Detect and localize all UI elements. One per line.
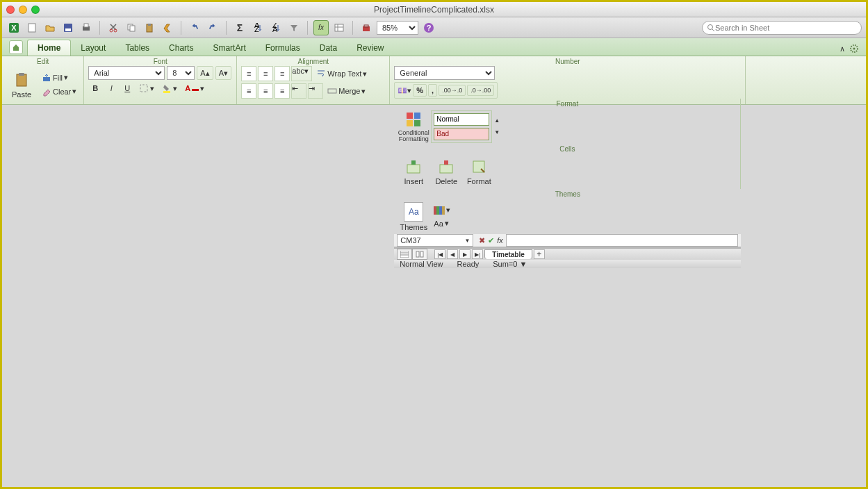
font-size-select[interactable]: 8 [167,66,195,80]
sum-dropdown-icon[interactable]: ▼ [519,260,527,268]
col-header[interactable]: A [411,247,425,248]
status-bar: Normal View Ready Sum=0 ▼ [394,260,741,268]
worksheet[interactable]: ABCDEFGHIJKLMNOPQRSTUVWXYZAAABACADAEAFAG… [394,247,741,248]
sheet-nav-last[interactable]: ▶| [472,249,483,259]
themes-button[interactable]: AaThemes [398,199,429,235]
align-center[interactable]: ≡ [258,83,273,99]
autosum-icon[interactable]: Σ [232,20,247,35]
normal-view-icon[interactable] [397,249,412,260]
tab-formulas[interactable]: Formulas [256,40,310,56]
zoom-select[interactable]: 85% [377,21,418,35]
search-box[interactable] [702,21,862,35]
excel-menu-icon[interactable]: X [6,20,22,35]
name-box[interactable]: CM37▼ [397,234,473,247]
align-right[interactable]: ≡ [275,83,290,99]
align-left[interactable]: ≡ [241,83,256,99]
page-layout-view-icon[interactable] [412,249,427,260]
tab-charts[interactable]: Charts [159,40,203,56]
svg-rect-10 [130,26,135,31]
bold-button[interactable]: B [88,82,102,94]
save-icon[interactable] [60,20,76,35]
grow-font-button[interactable]: A▴ [197,66,213,80]
formula-input[interactable] [506,234,739,247]
add-sheet-button[interactable]: + [534,249,545,259]
svg-rect-35 [407,113,413,119]
style-scroll-down[interactable]: ▼ [494,129,500,135]
dec-decimal-button[interactable]: .0→.00 [467,85,494,96]
ribbon-home-icon[interactable] [9,40,23,54]
search-input[interactable] [715,24,857,32]
formula-bar: CM37▼ ✖ ✔ fx [394,234,741,247]
font-name-select[interactable]: Arial [88,66,165,80]
indent-dec[interactable]: ⇤ [291,83,306,99]
show-formulas-icon[interactable] [331,20,347,35]
open-icon[interactable] [42,20,58,35]
format-cells-button[interactable]: Format [464,154,494,190]
style-normal[interactable]: Normal [434,113,489,126]
theme-fonts-button[interactable]: Aa▾ [431,217,453,229]
comma-button[interactable]: , [428,84,437,97]
align-top-center[interactable]: ≡ [258,66,273,81]
fill-color-button[interactable]: ▾ [159,82,180,94]
align-top-right[interactable]: ≡ [275,66,290,81]
conditional-formatting-button[interactable]: Conditional Formatting [398,108,429,144]
font-color-button[interactable]: A▾ [182,82,207,94]
sort-asc-icon[interactable]: AZ [250,20,265,35]
print-icon[interactable] [79,20,94,35]
delete-cells-button[interactable]: Delete [431,154,461,190]
col-header[interactable]: B [425,247,741,248]
tab-review[interactable]: Review [347,40,393,56]
tab-data[interactable]: Data [310,40,347,56]
align-top-left[interactable]: ≡ [241,66,256,81]
tab-home[interactable]: Home [27,40,71,56]
border-button[interactable]: ▾ [136,82,157,94]
select-all-corner[interactable] [394,247,411,248]
toolbox-icon[interactable] [359,20,374,35]
cancel-formula-icon[interactable]: ✖ [479,236,485,245]
paste-icon[interactable] [142,20,157,35]
undo-icon[interactable] [187,20,202,35]
new-file-icon[interactable] [24,20,40,35]
tab-smartart[interactable]: SmartArt [203,40,255,56]
filter-icon[interactable] [286,20,302,35]
redo-icon[interactable] [205,20,220,35]
orientation-button[interactable]: abc▾ [291,66,312,81]
clear-button[interactable]: Clear▾ [39,85,79,98]
help-icon[interactable]: ? [421,20,436,35]
percent-button[interactable]: % [413,84,427,97]
svg-rect-51 [416,251,419,257]
ribbon-collapse-icon[interactable]: ∧ [840,44,845,53]
merge-button[interactable]: Merge▾ [325,83,368,99]
group-cells: Cells Insert Delete Format [394,144,741,189]
cut-icon[interactable] [106,20,121,35]
copy-icon[interactable] [124,20,139,35]
insert-cells-button[interactable]: Insert [398,154,429,190]
accounting-button[interactable]: 💷▾ % , .00→.0 .0→.00 [394,82,498,99]
italic-button[interactable]: I [104,82,118,94]
underline-button[interactable]: U [120,82,134,94]
sheet-nav-prev[interactable]: ◀ [447,249,458,259]
sort-desc-icon[interactable]: ZA [268,20,284,35]
theme-colors-button[interactable]: ▾ [431,204,453,216]
paste-button[interactable]: Paste [6,67,37,103]
sheet-nav-first[interactable]: |◀ [434,249,445,259]
accept-formula-icon[interactable]: ✔ [488,236,494,245]
inc-decimal-button[interactable]: .00→.0 [439,85,466,96]
fill-button[interactable]: Fill▾ [39,72,79,84]
tab-tables[interactable]: Tables [115,40,159,56]
format-painter-icon[interactable] [160,20,175,35]
style-scroll-up[interactable]: ▲ [494,117,500,124]
settings-gear-icon[interactable] [849,44,859,53]
tab-layout[interactable]: Layout [71,40,115,56]
wrap-text-button[interactable]: Wrap Text▾ [313,66,370,81]
fx-icon[interactable]: fx [497,236,503,245]
sheet-tab-bar: |◀ ◀ ▶ ▶| Timetable + [394,248,741,260]
svg-rect-36 [414,113,420,119]
shrink-font-button[interactable]: A▾ [215,66,231,80]
number-format-select[interactable]: General [394,66,495,80]
fx-toggle-icon[interactable]: fx [313,20,329,35]
style-bad[interactable]: Bad [434,128,489,140]
indent-inc[interactable]: ⇥ [308,83,323,99]
sheet-nav-next[interactable]: ▶ [459,249,470,259]
sheet-tab-timetable[interactable]: Timetable [484,249,532,259]
